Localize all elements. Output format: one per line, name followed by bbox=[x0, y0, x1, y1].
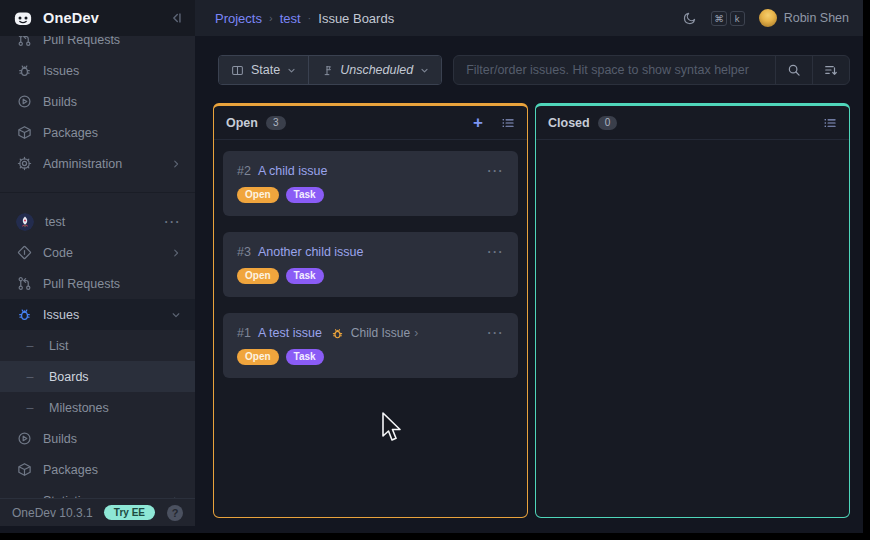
code-diamond-icon bbox=[16, 245, 32, 261]
issue-number: #2 bbox=[237, 164, 251, 178]
chevron-right-icon bbox=[171, 248, 181, 258]
column-title: Open bbox=[226, 116, 258, 130]
column-count-badge: 0 bbox=[598, 116, 618, 130]
sidebar-scroll-area[interactable]: Pull Requests Issues Builds Packages Adm… bbox=[0, 36, 195, 498]
try-ee-badge[interactable]: Try EE bbox=[104, 505, 155, 520]
issue-number: #3 bbox=[237, 245, 251, 259]
help-icon[interactable]: ? bbox=[167, 505, 183, 521]
screen: OneDev Projects › test · Issue Boards ⌘ … bbox=[0, 0, 870, 540]
bug-icon bbox=[16, 307, 32, 323]
issue-title[interactable]: Another child issue bbox=[258, 245, 364, 259]
add-issue-icon[interactable]: + bbox=[473, 114, 483, 131]
state-badge-open: Open bbox=[237, 268, 279, 284]
child-issue-bug-icon bbox=[331, 327, 344, 340]
user-menu[interactable]: Robin Shen bbox=[759, 9, 849, 27]
issue-card-3[interactable]: #3 Another child issue ··· Open Task bbox=[223, 232, 518, 297]
type-badge-task: Task bbox=[286, 187, 324, 203]
chevron-down-icon bbox=[420, 66, 429, 75]
column-count-badge: 3 bbox=[266, 116, 286, 130]
dash-icon: – bbox=[22, 370, 38, 384]
card-menu-ellipsis-icon[interactable]: ··· bbox=[488, 326, 505, 340]
issue-card-1[interactable]: #1 A test issue Child Issue › ··· bbox=[223, 313, 518, 378]
state-badge-open: Open bbox=[237, 349, 279, 365]
issue-filter-bar bbox=[453, 55, 850, 85]
sidebar-global-section: Pull Requests Issues Builds Packages Adm… bbox=[0, 36, 195, 179]
board-columns-icon bbox=[231, 64, 244, 77]
sidebar-item-issues[interactable]: Issues bbox=[0, 55, 195, 86]
sidebar-header: OneDev bbox=[0, 0, 195, 36]
breadcrumb-projects-link[interactable]: Projects bbox=[215, 11, 262, 26]
breadcrumb-current-page: Issue Boards bbox=[318, 11, 394, 26]
chevron-right-icon: › bbox=[414, 326, 418, 340]
sidebar-item-builds[interactable]: Builds bbox=[0, 86, 195, 117]
column-list-view-icon[interactable] bbox=[501, 116, 515, 130]
issue-board: Open 3 + #2 A child issue ··· bbox=[213, 103, 850, 518]
breadcrumb-project-link[interactable]: test bbox=[280, 11, 301, 26]
sidebar-item-project-pull-requests[interactable]: Pull Requests bbox=[0, 268, 195, 299]
breadcrumb-bar: Projects › test · Issue Boards ⌘ k Robin… bbox=[195, 0, 863, 36]
keyboard-shortcut-hint[interactable]: ⌘ k bbox=[711, 11, 745, 26]
column-open-body: #2 A child issue ··· Open Task #3 Anothe… bbox=[214, 140, 527, 517]
issue-card-2[interactable]: #2 A child issue ··· Open Task bbox=[223, 151, 518, 216]
milestone-flag-icon bbox=[321, 64, 333, 77]
type-badge-task: Task bbox=[286, 349, 324, 365]
sidebar-item-issues-milestones[interactable]: – Milestones bbox=[0, 392, 195, 423]
filter-input[interactable] bbox=[454, 56, 775, 84]
card-menu-ellipsis-icon[interactable]: ··· bbox=[488, 164, 505, 178]
sidebar-divider bbox=[0, 192, 195, 193]
board-column-closed: Closed 0 bbox=[535, 103, 850, 518]
pull-request-icon bbox=[16, 276, 32, 292]
sidebar-item-issues-list[interactable]: – List bbox=[0, 330, 195, 361]
type-badge-task: Task bbox=[286, 268, 324, 284]
chevron-right-icon bbox=[171, 159, 181, 169]
board-filter-group: State Unscheduled bbox=[218, 55, 442, 85]
child-issue-link[interactable]: Child Issue › bbox=[351, 326, 418, 340]
column-closed-header: Closed 0 bbox=[536, 106, 849, 140]
project-menu-ellipsis-icon[interactable]: ··· bbox=[165, 215, 182, 229]
issue-title[interactable]: A child issue bbox=[258, 164, 327, 178]
sidebar-item-packages[interactable]: Packages bbox=[0, 117, 195, 148]
user-avatar bbox=[759, 9, 777, 27]
sidebar-item-administration[interactable]: Administration bbox=[0, 148, 195, 179]
dash-icon: – bbox=[22, 401, 38, 415]
card-menu-ellipsis-icon[interactable]: ··· bbox=[488, 245, 505, 259]
issue-title[interactable]: A test issue bbox=[258, 326, 322, 340]
chevron-down-icon bbox=[171, 310, 181, 320]
sidebar-item-project-issues[interactable]: Issues bbox=[0, 299, 195, 330]
order-by-icon[interactable] bbox=[812, 56, 849, 84]
milestone-dropdown-button[interactable]: Unscheduled bbox=[308, 56, 441, 84]
pull-request-icon bbox=[16, 36, 32, 48]
sidebar-item-code[interactable]: Code bbox=[0, 237, 195, 268]
sidebar-item-project-builds[interactable]: Builds bbox=[0, 423, 195, 454]
sidebar-item-issues-boards[interactable]: – Boards bbox=[0, 361, 195, 392]
sidebar-item-project-packages[interactable]: Packages bbox=[0, 454, 195, 485]
board-toolbar: State Unscheduled bbox=[218, 55, 850, 85]
column-list-view-icon[interactable] bbox=[823, 116, 837, 130]
state-dropdown-button[interactable]: State bbox=[219, 56, 308, 84]
collapse-sidebar-icon[interactable] bbox=[169, 11, 183, 25]
sidebar-item-project-statistics[interactable]: Statistics bbox=[0, 485, 195, 498]
sidebar-footer: OneDev 10.3.1 Try EE ? bbox=[0, 498, 195, 526]
user-name: Robin Shen bbox=[784, 11, 849, 25]
breadcrumb-separator: › bbox=[269, 12, 273, 24]
chevron-down-icon bbox=[287, 66, 296, 75]
brand-name[interactable]: OneDev bbox=[43, 10, 99, 26]
column-closed-body bbox=[536, 140, 849, 517]
sidebar-project-section: test ··· Code Pull Requests Issues bbox=[0, 206, 195, 498]
sidebar-project-test[interactable]: test ··· bbox=[0, 206, 195, 237]
issue-number: #1 bbox=[237, 326, 251, 340]
search-icon[interactable] bbox=[775, 56, 812, 84]
column-open-header: Open 3 + bbox=[214, 106, 527, 140]
dash-icon: – bbox=[22, 339, 38, 353]
cmd-key: ⌘ bbox=[711, 11, 727, 26]
sidebar-item-pull-requests[interactable]: Pull Requests bbox=[0, 36, 195, 55]
breadcrumb-separator: · bbox=[308, 12, 312, 24]
play-circle-icon bbox=[16, 431, 32, 447]
package-cube-icon bbox=[16, 125, 32, 141]
play-circle-icon bbox=[16, 94, 32, 110]
package-cube-icon bbox=[16, 462, 32, 478]
project-avatar-rocket-icon bbox=[16, 213, 34, 231]
dark-mode-moon-icon[interactable] bbox=[683, 11, 697, 25]
onedev-logo-icon[interactable] bbox=[12, 7, 34, 29]
k-key: k bbox=[730, 11, 745, 26]
